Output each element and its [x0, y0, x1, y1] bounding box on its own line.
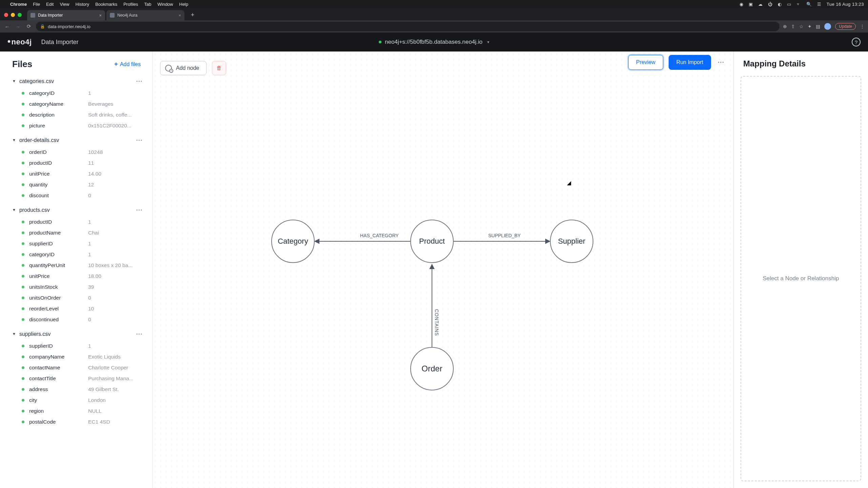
field-row[interactable]: productNameChai — [22, 227, 143, 238]
field-row[interactable]: unitPrice18.00 — [22, 271, 143, 282]
file-header[interactable]: ▼categories.csv··· — [0, 75, 152, 88]
window-close-button[interactable] — [4, 13, 8, 17]
extensions-icon[interactable]: ✦ — [808, 24, 812, 29]
status-clock-icon[interactable]: ◐ — [778, 2, 782, 7]
field-row[interactable]: companyNameExotic Liquids — [22, 351, 143, 362]
tab-close-icon[interactable]: × — [99, 13, 102, 18]
add-files-button[interactable]: + Add files — [112, 60, 143, 68]
field-sample: 0 — [88, 192, 91, 199]
status-wifi-icon[interactable]: ᯤ — [796, 2, 801, 7]
status-sync-icon[interactable]: ▣ — [749, 2, 753, 7]
node-category[interactable]: Category — [271, 220, 315, 263]
omnibox[interactable]: 🔒 data-importer.neo4j.io — [36, 22, 780, 31]
files-list[interactable]: ▼categories.csv···categoryID1categoryNam… — [0, 72, 152, 440]
field-status-icon — [22, 297, 24, 299]
field-row[interactable]: reorderLevel10 — [22, 303, 143, 314]
file-header[interactable]: ▼products.csv··· — [0, 204, 152, 217]
share-icon[interactable]: ⇧ — [791, 24, 795, 29]
file-more-menu[interactable]: ··· — [136, 78, 143, 84]
field-sample: 49 Gilbert St. — [88, 386, 119, 392]
field-row[interactable]: quantityPerUnit10 boxes x 20 ba... — [22, 260, 143, 271]
menu-bookmarks[interactable]: Bookmarks — [95, 2, 117, 7]
chrome-update-chip[interactable]: Update — [835, 23, 856, 30]
nav-reload-icon[interactable]: ⟳ — [25, 23, 33, 29]
file-name: order-details.csv — [19, 137, 59, 143]
field-row[interactable]: supplierID1 — [22, 238, 143, 249]
menu-file[interactable]: File — [33, 2, 40, 7]
profile-avatar[interactable] — [824, 23, 831, 30]
field-row[interactable]: regionNULL — [22, 406, 143, 416]
status-spotlight-icon[interactable]: 🔍 — [806, 2, 812, 7]
connection-selector[interactable]: neo4j+s://5b0fbf5b.databases.neo4j.io ▾ — [379, 39, 489, 45]
details-empty-dropzone[interactable]: Select a Node or Relationship — [741, 76, 861, 481]
field-status-icon — [22, 399, 24, 402]
file-more-menu[interactable]: ··· — [136, 207, 143, 213]
field-row[interactable]: discontinued0 — [22, 314, 143, 325]
canvas-pane[interactable]: Preview Run Import ··· + Add node 🗑 — [153, 52, 734, 488]
help-button[interactable]: ? — [852, 38, 861, 46]
nav-forward-icon[interactable]: → — [14, 24, 22, 29]
status-toggle-icon[interactable]: ⏻ — [768, 2, 772, 7]
field-row[interactable]: unitPrice14.00 — [22, 168, 143, 179]
zoom-icon[interactable]: ⊕ — [783, 24, 787, 29]
field-row[interactable]: address49 Gilbert St. — [22, 384, 143, 395]
status-control-center-icon[interactable]: ☰ — [817, 2, 821, 7]
field-row[interactable]: categoryID1 — [22, 88, 143, 99]
status-battery-icon[interactable]: ▭ — [787, 2, 791, 7]
menu-view[interactable]: View — [60, 2, 69, 7]
node-product[interactable]: Product — [410, 220, 454, 263]
menu-help[interactable]: Help — [179, 2, 189, 7]
browser-tab-neo4j-aura[interactable]: Neo4j Aura × — [106, 10, 184, 20]
bookmark-icon[interactable]: ☆ — [799, 24, 804, 29]
file-fields: orderID10248productID11unitPrice14.00qua… — [0, 147, 152, 204]
field-row[interactable]: unitsInStock39 — [22, 282, 143, 292]
field-row[interactable]: cityLondon — [22, 395, 143, 406]
nav-back-icon[interactable]: ← — [3, 24, 11, 29]
menu-profiles[interactable]: Profiles — [123, 2, 138, 7]
field-row[interactable]: descriptionSoft drinks, coffe... — [22, 109, 143, 120]
file-more-menu[interactable]: ··· — [136, 137, 143, 143]
field-name: categoryName — [29, 101, 83, 107]
tab-close-icon[interactable]: × — [178, 13, 181, 18]
field-row[interactable]: orderID10248 — [22, 147, 143, 158]
menu-window[interactable]: Window — [157, 2, 173, 7]
menubar-clock[interactable]: Tue 16 Aug 13:23 — [827, 2, 864, 7]
field-row[interactable]: postalCodeEC1 4SD — [22, 416, 143, 427]
edge-label-has-category: HAS_CATEGORY — [360, 233, 399, 238]
file-more-menu[interactable]: ··· — [136, 331, 143, 337]
field-row[interactable]: productID1 — [22, 217, 143, 227]
node-order[interactable]: Order — [410, 347, 454, 390]
field-row[interactable]: picture0x151C2F00020... — [22, 120, 143, 131]
field-row[interactable]: contactTitlePurchasing Mana... — [22, 373, 143, 384]
field-row[interactable]: productID11 — [22, 158, 143, 168]
menu-edit[interactable]: Edit — [46, 2, 54, 7]
field-status-icon — [22, 92, 24, 95]
node-supplier[interactable]: Supplier — [550, 220, 593, 263]
field-row[interactable]: discount0 — [22, 190, 143, 201]
status-cloud-icon[interactable]: ☁︎ — [758, 2, 763, 7]
field-row[interactable]: contactNameCharlotte Cooper — [22, 362, 143, 373]
field-status-icon — [22, 318, 24, 321]
menu-history[interactable]: History — [75, 2, 89, 7]
field-name: productID — [29, 160, 83, 166]
menubar-app-name[interactable]: Chrome — [10, 2, 27, 7]
field-row[interactable]: categoryNameBeverages — [22, 99, 143, 109]
window-zoom-button[interactable] — [18, 13, 22, 17]
file-header[interactable]: ▼suppliers.csv··· — [0, 328, 152, 341]
field-status-icon — [22, 307, 24, 310]
field-row[interactable]: supplierID1 — [22, 341, 143, 351]
field-sample: 10 boxes x 20 ba... — [88, 262, 133, 268]
chrome-menu-icon[interactable]: ⋮ — [860, 24, 865, 29]
browser-tab-data-importer[interactable]: Data Importer × — [27, 10, 105, 20]
window-minimize-button[interactable] — [11, 13, 15, 17]
field-row[interactable]: quantity12 — [22, 179, 143, 190]
sidepanel-icon[interactable]: ▤ — [816, 24, 820, 29]
field-row[interactable]: categoryID1 — [22, 249, 143, 260]
new-tab-button[interactable]: + — [188, 10, 197, 20]
file-header[interactable]: ▼order-details.csv··· — [0, 134, 152, 147]
status-record-icon[interactable]: ◉ — [739, 2, 743, 7]
field-row[interactable]: unitsOnOrder0 — [22, 292, 143, 303]
tab-title: Neo4j Aura — [117, 13, 137, 18]
field-sample: 0 — [88, 317, 91, 323]
menu-tab[interactable]: Tab — [144, 2, 151, 7]
